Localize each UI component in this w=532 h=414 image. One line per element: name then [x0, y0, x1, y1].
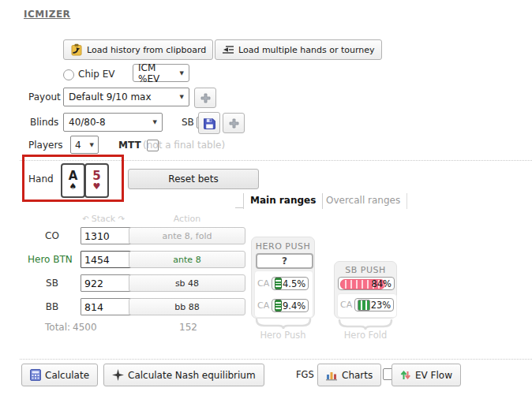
hero-push-panel: HERO PUSH ? CA 4.5% CA 9.4% — [251, 237, 315, 319]
calculate-label: Calculate — [45, 370, 89, 381]
card-rank: 5 — [92, 170, 100, 182]
action-label-btn: ante 8 — [173, 255, 200, 265]
action-button-sb[interactable]: sb 48 — [129, 274, 245, 292]
separator-top — [20, 160, 532, 161]
ca-value: 9.4% — [283, 300, 305, 311]
calculate-nash-label: Calculate Nash equilibrium — [128, 370, 256, 381]
save-blinds-button[interactable] — [198, 112, 220, 134]
action-button-btn[interactable]: ante 8 — [129, 251, 245, 268]
battery-gauge-icon — [358, 300, 370, 311]
hero-push-title: HERO PUSH — [252, 241, 314, 252]
hero-push-brace — [254, 319, 313, 330]
hero-push-ca-box: CA 4.5% CA 9.4% — [254, 270, 313, 318]
sb-push-ca-button[interactable]: 23% — [354, 298, 394, 311]
fgs-label: FGS — [296, 369, 314, 380]
tab-overcall-ranges-label: Overcall ranges — [326, 195, 400, 206]
tabbar-edge — [235, 194, 243, 208]
payout-value: Default 9/10 max — [69, 91, 152, 103]
icm-ev-dropdown[interactable]: ICM %EV — [133, 64, 189, 82]
heart-suit-icon: ♥ — [93, 182, 101, 191]
calculate-button[interactable]: Calculate — [21, 364, 98, 386]
position-label-co: CO — [41, 230, 63, 241]
position-label-hero-btn: Hero BTN — [28, 254, 73, 265]
stack-input-co[interactable] — [81, 227, 133, 244]
blinds-value: 40/80-8 — [69, 117, 106, 128]
load-multiple-label: Load multiple hands or tourney — [238, 45, 375, 55]
position-label-bb: BB — [41, 301, 63, 312]
payout-select[interactable]: Default 9/10 max — [63, 88, 189, 106]
reset-bets-button[interactable]: Reset bets — [128, 169, 259, 189]
stack-input-btn[interactable] — [81, 251, 133, 268]
calculate-nash-button[interactable]: Calculate Nash equilibrium — [103, 364, 264, 386]
add-blinds-button[interactable] — [223, 113, 245, 133]
sb-checkbox-label: SB — [182, 117, 194, 128]
players-select[interactable]: 4 — [70, 136, 99, 154]
total-action-value: 152 — [179, 322, 197, 333]
stack-column-header: Stack — [76, 214, 131, 224]
players-label: Players — [28, 140, 63, 151]
reset-bets-label: Reset bets — [168, 173, 218, 185]
load-multiple-button[interactable]: Load multiple hands or tourney — [215, 39, 382, 60]
total-stack-value: 4500 — [73, 322, 97, 333]
stack-input-bb[interactable] — [81, 298, 133, 315]
add-payout-button[interactable] — [194, 88, 216, 108]
bar-chart-icon — [326, 370, 338, 381]
action-button-co[interactable]: ante 8, fold — [129, 227, 245, 244]
tab-main-ranges[interactable]: Main ranges — [243, 193, 323, 209]
action-label-bb: bb 88 — [174, 302, 199, 312]
nash-star-icon — [112, 369, 124, 381]
sb-push-ca-box: CA 23% — [337, 293, 397, 318]
ev-flow-button[interactable]: EV Flow — [392, 364, 461, 386]
payout-label: Payout — [28, 91, 61, 103]
tab-main-ranges-label: Main ranges — [250, 195, 316, 206]
blinds-label: Blinds — [30, 117, 58, 128]
sb-push-brace — [337, 319, 394, 330]
action-label-co: ante 8, fold — [163, 231, 212, 241]
plus-icon — [229, 118, 239, 129]
hole-card-1[interactable]: A ♠ — [61, 163, 85, 198]
hero-push-ca-button-1[interactable]: 4.5% — [272, 277, 309, 290]
plus-icon — [200, 93, 211, 103]
card-rank: A — [69, 170, 78, 182]
hero-push-caption: Hero Push — [251, 330, 315, 341]
hand-label: Hand — [28, 173, 54, 185]
up-down-arrows-icon — [400, 369, 411, 381]
sb-push-panel: SB PUSH 84% CA 23% — [334, 261, 397, 319]
total-label: Total: — [45, 322, 70, 333]
ev-flow-label: EV Flow — [415, 370, 452, 381]
import-lines-icon — [222, 45, 234, 55]
mtt-label: MTT — [118, 140, 141, 151]
blinds-select[interactable]: 40/80-8 — [63, 113, 163, 132]
mtt-note: (not a final table) — [143, 140, 225, 151]
sb-push-value: 84% — [371, 278, 392, 289]
clipboard-paste-icon — [70, 43, 83, 56]
calculator-icon — [30, 369, 41, 381]
action-button-bb[interactable]: bb 88 — [129, 298, 245, 315]
hero-push-range-button[interactable]: ? — [256, 253, 313, 269]
charts-label: Charts — [342, 370, 373, 381]
action-column-header: Action — [159, 214, 215, 224]
ca-label: CA — [257, 300, 269, 311]
ca-value: 4.5% — [283, 278, 305, 289]
save-floppy-icon — [203, 117, 216, 130]
stack-input-sb[interactable] — [81, 274, 133, 292]
action-label-sb: sb 48 — [175, 278, 199, 289]
sb-push-caption: Hero Fold — [334, 330, 397, 341]
players-value: 4 — [75, 140, 81, 151]
chip-ev-label: Chip EV — [78, 69, 115, 80]
load-history-button[interactable]: Load history from clipboard — [63, 39, 213, 60]
icm-ev-value: ICM %EV — [138, 62, 175, 84]
charts-button[interactable]: Charts — [317, 364, 381, 386]
hero-push-range-label: ? — [282, 255, 287, 267]
sb-push-range-button[interactable]: 84% — [338, 277, 395, 290]
chip-ev-radio[interactable] — [63, 69, 74, 80]
hero-push-ca-button-2[interactable]: 9.4% — [272, 299, 309, 312]
tab-overcall-ranges[interactable]: Overcall ranges — [320, 193, 407, 209]
ca-label: CA — [257, 278, 269, 289]
separator-bottom — [20, 359, 532, 360]
battery-gauge-icon — [275, 300, 282, 311]
hole-card-2[interactable]: 5 ♥ — [84, 163, 109, 198]
icmizer-window: ICMIZER Load history from clipboard Load… — [0, 0, 532, 414]
icmizer-home-link[interactable]: ICMIZER — [24, 9, 70, 20]
ca-label: CA — [340, 300, 352, 310]
